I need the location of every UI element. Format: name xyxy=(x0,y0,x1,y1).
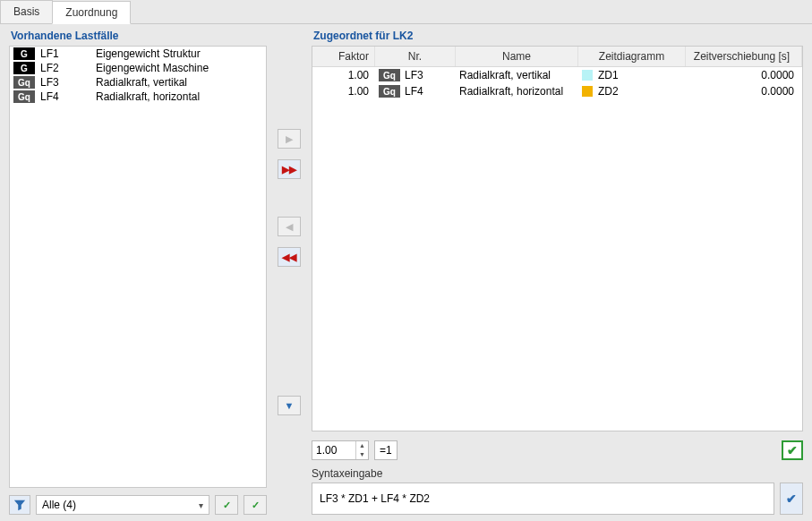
check-icon: ✔ xyxy=(786,491,797,506)
available-list[interactable]: GLF1Eigengewicht StrukturGLF2Eigengewich… xyxy=(9,46,267,488)
tab-bar: Basis Zuordnung xyxy=(0,0,812,24)
filter-button[interactable] xyxy=(9,495,30,515)
loadcase-badge: Gq xyxy=(13,76,35,89)
available-title: Vorhandene Lastfälle xyxy=(9,30,267,42)
loadcase-badge: Gq xyxy=(379,69,400,81)
select-all-button[interactable]: ✓ xyxy=(215,495,238,515)
move-right-button[interactable]: ▶ xyxy=(278,129,301,149)
loadcase-code: LF3 xyxy=(405,69,423,81)
loadcase-name: Eigengewicht Maschine xyxy=(96,62,262,74)
loadcase-badge: Gq xyxy=(379,85,400,98)
col-name: Name xyxy=(456,47,578,66)
spin-up-icon[interactable]: ▲ xyxy=(356,441,368,450)
syntax-input[interactable]: LF3 * ZD1 + LF4 * ZD2 xyxy=(312,483,774,515)
cell-zeitdiagramm: ZD1 xyxy=(578,68,686,82)
filter-combo-label: Alle (4) xyxy=(42,499,76,511)
tab-zuordnung[interactable]: Zuordnung xyxy=(52,1,131,24)
filter-combo[interactable]: Alle (4) ▾ xyxy=(36,495,209,515)
loadcase-name: Eigengewicht Struktur xyxy=(96,47,262,60)
cell-name: Radialkraft, vertikal xyxy=(456,68,578,82)
move-to-bottom-button[interactable]: ▼ xyxy=(278,396,301,415)
cell-zeitdiagramm: ZD2 xyxy=(578,84,686,98)
double-triangle-right-icon: ▶▶ xyxy=(282,164,296,175)
triangle-left-icon: ◀ xyxy=(286,221,293,233)
loadcase-name: Radialkraft, horizontal xyxy=(96,90,262,103)
syntax-apply-button[interactable]: ✔ xyxy=(780,483,803,515)
loadcase-name: Radialkraft, vertikal xyxy=(96,76,262,89)
cell-faktor: 1.00 xyxy=(312,84,375,98)
zeit-label: ZD2 xyxy=(598,85,619,98)
col-faktor: Faktor xyxy=(312,47,375,66)
zeit-label: ZD1 xyxy=(598,69,619,81)
triangle-right-icon: ▶ xyxy=(286,133,293,145)
check-icon: ✓ xyxy=(252,500,260,511)
cell-zeitverschiebung: 0.0000 xyxy=(686,68,802,82)
loadcase-code: LF4 xyxy=(405,85,423,98)
factor-input[interactable] xyxy=(312,442,355,458)
spinner-buttons[interactable]: ▲ ▼ xyxy=(355,441,368,459)
loadcase-code: LF1 xyxy=(40,47,90,60)
factor-spinner[interactable]: ▲ ▼ xyxy=(312,440,369,460)
list-item[interactable]: GqLF3Radialkraft, vertikal xyxy=(10,75,266,90)
col-nr: Nr. xyxy=(375,47,456,66)
triangle-down-bar-icon: ▼ xyxy=(285,400,295,411)
move-all-right-button[interactable]: ▶▶ xyxy=(278,159,301,179)
tab-basis[interactable]: Basis xyxy=(0,0,53,23)
loadcase-code: LF2 xyxy=(40,62,90,74)
check-icon: ✔ xyxy=(787,443,798,457)
cell-nr: GqLF3 xyxy=(375,68,456,82)
panel-assigned: Zugeordnet für LK2 Faktor Nr. Name Zeitd… xyxy=(308,24,812,520)
spin-down-icon[interactable]: ▼ xyxy=(356,450,368,459)
list-item[interactable]: GqLF4Radialkraft, horizontal xyxy=(10,90,266,104)
loadcase-code: LF3 xyxy=(40,76,90,89)
funnel-icon xyxy=(13,499,26,511)
table-row[interactable]: 1.00GqLF4Radialkraft, horizontalZD20.000… xyxy=(312,83,802,99)
check-icon: ✓ xyxy=(223,500,231,511)
cell-nr: GqLF4 xyxy=(375,84,456,98)
color-chip xyxy=(582,70,593,81)
move-all-left-button[interactable]: ◀◀ xyxy=(278,247,301,267)
confirm-button[interactable]: ✔ xyxy=(782,440,803,460)
double-triangle-left-icon: ◀◀ xyxy=(282,252,296,263)
chevron-down-icon: ▾ xyxy=(199,500,203,510)
list-item[interactable]: GLF1Eigengewicht Struktur xyxy=(10,47,266,61)
cell-name: Radialkraft, horizontal xyxy=(456,84,578,98)
color-chip xyxy=(582,86,593,97)
col-zeitdiagramm: Zeitdiagramm xyxy=(578,47,686,66)
loadcase-badge: G xyxy=(13,62,35,74)
deselect-all-button[interactable]: ✓ xyxy=(244,495,267,515)
transfer-buttons: ▶ ▶▶ ◀ ◀◀ ▼ xyxy=(270,24,308,520)
move-left-button[interactable]: ◀ xyxy=(278,217,301,236)
col-zeitverschiebung: Zeitverschiebung [s] xyxy=(686,47,802,66)
cell-zeitverschiebung: 0.0000 xyxy=(686,84,802,98)
table-header: Faktor Nr. Name Zeitdiagramm Zeitverschi… xyxy=(312,47,802,67)
table-row[interactable]: 1.00GqLF3Radialkraft, vertikalZD10.0000 xyxy=(312,67,802,83)
cell-faktor: 1.00 xyxy=(312,68,375,82)
syntax-label: Syntaxeingabe xyxy=(312,467,803,480)
assigned-title: Zugeordnet für LK2 xyxy=(312,30,803,42)
list-item[interactable]: GLF2Eigengewicht Maschine xyxy=(10,61,266,75)
panel-available-loadcases: Vorhandene Lastfälle GLF1Eigengewicht St… xyxy=(0,24,270,520)
loadcase-badge: G xyxy=(13,47,35,60)
set-one-button[interactable]: =1 xyxy=(374,440,397,460)
assigned-table[interactable]: Faktor Nr. Name Zeitdiagramm Zeitverschi… xyxy=(312,46,803,431)
loadcase-code: LF4 xyxy=(40,90,90,103)
loadcase-badge: Gq xyxy=(13,90,35,103)
